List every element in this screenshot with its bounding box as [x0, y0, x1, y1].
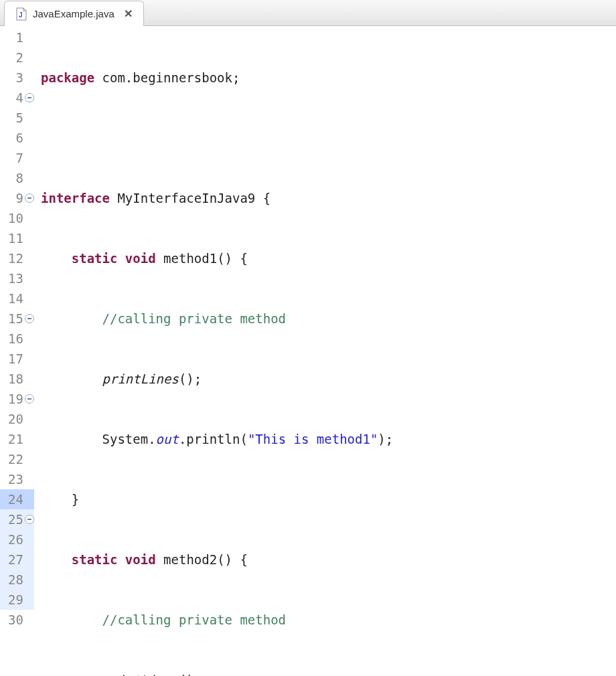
line-number: 11: [0, 228, 34, 248]
line-number: 6: [0, 128, 34, 148]
code-line: }: [41, 489, 616, 509]
code-line: //calling private method: [41, 610, 616, 630]
line-number: 9: [0, 188, 34, 208]
line-number: 3: [0, 68, 34, 88]
fold-toggle-icon[interactable]: [25, 515, 34, 524]
line-number: 18: [0, 369, 34, 389]
line-number: 16: [0, 329, 34, 349]
code-line: interface MyInterfaceInJava9 {: [41, 188, 616, 208]
code-line: printLines();: [41, 369, 616, 389]
fold-toggle-icon[interactable]: [25, 314, 34, 323]
line-number: 26: [0, 529, 34, 550]
tab-javaexample[interactable]: J JavaExample.java ✕: [4, 1, 144, 26]
line-number: 25: [0, 509, 34, 529]
line-number: 22: [0, 449, 34, 469]
tab-bar: J JavaExample.java ✕: [0, 0, 616, 26]
fold-toggle-icon[interactable]: [25, 394, 34, 404]
line-number: 28: [0, 570, 34, 590]
line-number: 29: [0, 590, 34, 610]
line-number: 12: [0, 248, 34, 268]
code-line: printLines();: [41, 670, 616, 676]
line-number: 21: [0, 429, 34, 449]
line-number: 10: [0, 208, 34, 228]
code-line: package com.beginnersbook;: [41, 68, 616, 88]
code-line: static void method2() {: [41, 550, 616, 570]
code-line: [41, 128, 616, 148]
line-number: 14: [0, 288, 34, 309]
editor: 1234567891011121314151617181920212223242…: [0, 26, 616, 676]
code-area[interactable]: package com.beginnersbook; interface MyI…: [37, 26, 616, 676]
java-file-icon: J: [15, 7, 27, 21]
line-number: 2: [0, 48, 34, 68]
line-number: 1: [0, 27, 34, 48]
fold-toggle-icon[interactable]: [25, 193, 34, 203]
tab-label: JavaExample.java: [33, 8, 114, 19]
close-icon[interactable]: ✕: [124, 7, 133, 20]
line-number: 27: [0, 550, 34, 570]
line-number: 24: [0, 489, 34, 509]
line-number: 4: [0, 88, 34, 108]
line-number: 7: [0, 148, 34, 168]
gutter: 1234567891011121314151617181920212223242…: [0, 26, 37, 676]
line-number: 17: [0, 349, 34, 369]
line-number: 20: [0, 409, 34, 429]
line-number: 13: [0, 268, 34, 288]
code-line: System.out.println("This is method1");: [41, 429, 616, 449]
line-number: 19: [0, 389, 34, 409]
line-number: 8: [0, 168, 34, 188]
fold-toggle-icon[interactable]: [25, 93, 34, 102]
line-number: 15: [0, 309, 34, 329]
line-number: 23: [0, 469, 34, 489]
code-line: //calling private method: [41, 309, 616, 329]
code-line: static void method1() {: [41, 248, 616, 268]
line-number: 30: [0, 610, 34, 630]
line-number: 5: [0, 108, 34, 128]
svg-text:J: J: [19, 11, 23, 19]
